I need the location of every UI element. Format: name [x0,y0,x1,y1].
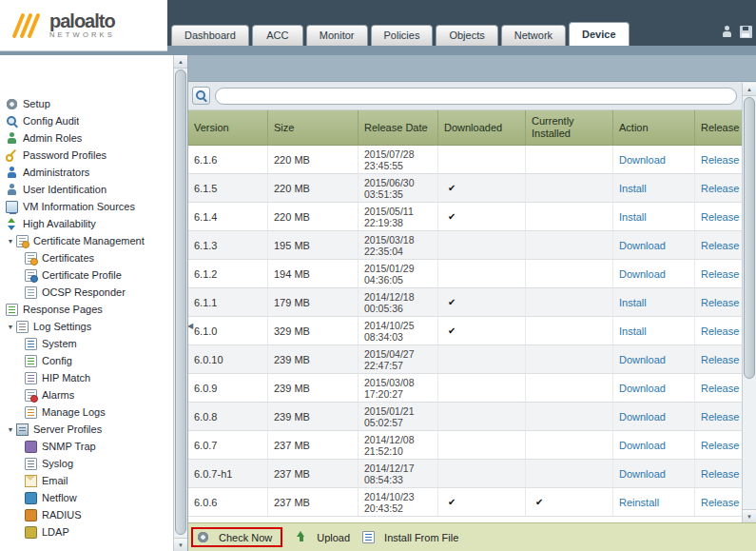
action-link[interactable]: Download [619,468,666,480]
action-cell: Reinstall [613,488,695,516]
action-link[interactable]: Download [619,154,666,166]
tab-objects[interactable]: Objects [436,25,497,46]
action-link[interactable]: Download [619,411,666,423]
sidebar-item-password-profiles[interactable]: Password Profiles [0,147,172,164]
scroll-up-icon[interactable]: ▲ [743,83,756,96]
release-notes-link[interactable]: Release [701,240,739,251]
sidebar-item-log-settings[interactable]: ▼Log Settings [0,318,172,335]
table-row: 6.1.1 179 MB 2014/12/1800:05:36 ✔ Instal… [188,288,756,317]
sidebar-item-ldap[interactable]: LDAP [0,523,172,541]
sidebar-item-response-pages[interactable]: Response Pages [0,301,172,318]
release-notes-link[interactable]: Release [701,468,739,480]
table-scrollbar[interactable]: ▲ ▼ [742,83,756,522]
install-from-file-button[interactable]: Install From File [362,531,458,543]
document-icon [16,321,29,333]
release-notes-link[interactable]: Release [701,325,739,337]
tab-dashboard[interactable]: Dashboard [171,25,249,46]
column-header-action[interactable]: Action [613,110,695,145]
check-now-button[interactable]: Check Now [197,531,272,543]
sidebar-scrollbar[interactable]: ▲ ▼ [173,55,187,551]
action-link[interactable]: Download [619,383,666,394]
sidebar-item-snmp-trap[interactable]: SNMP Trap [0,438,172,455]
action-cell: Install [613,203,695,230]
action-link[interactable]: Download [619,240,666,251]
column-header-version[interactable]: Version [188,110,268,145]
table-row: 6.0.10 239 MB 2015/04/2722:47:57 Downloa… [188,345,756,374]
action-link[interactable]: Install [619,325,647,337]
sidebar-item-label: OCSP Responder [42,286,126,298]
release-notes-link[interactable]: Release [701,354,739,365]
sidebar-item-administrators[interactable]: Administrators [0,164,172,181]
version-cell: 6.1.0 [188,317,268,344]
tab-policies[interactable]: Policies [371,25,434,46]
tab-network[interactable]: Network [501,25,566,46]
scroll-down-icon[interactable]: ▼ [174,538,187,551]
collapse-sidebar-arrow[interactable]: ◀ [188,322,193,330]
sidebar-item-label: SNMP Trap [42,441,96,452]
save-icon[interactable] [740,26,752,38]
action-link[interactable]: Install [619,297,647,308]
column-header-currently-installed[interactable]: Currently Installed [526,110,613,145]
sidebar-scrollbar-thumb[interactable] [175,69,186,535]
action-link[interactable]: Download [619,354,666,365]
sidebar-item-radius[interactable]: RADIUS [0,506,172,523]
table-row: 6.0.8 239 MB 2015/01/2105:02:57 Download… [188,403,756,431]
release-notes-link[interactable]: Release [701,440,739,451]
upload-label: Upload [317,532,350,543]
release-notes-link[interactable]: Release [701,268,739,280]
column-header-size[interactable]: Size [268,110,359,145]
action-link[interactable]: Reinstall [619,497,659,508]
sidebar-item-syslog[interactable]: Syslog [0,455,172,472]
sidebar-item-high-availability[interactable]: High Availability [0,215,172,232]
sidebar-item-user-identification[interactable]: User Identification [0,181,172,198]
sidebar-item-system[interactable]: System [0,335,172,352]
document-icon [25,286,37,299]
scroll-down-icon[interactable]: ▼ [743,509,756,522]
release-notes-link[interactable]: Release [701,497,739,508]
person-icon [6,132,18,145]
tree-collapse-icon[interactable]: ▼ [6,324,15,330]
release-notes-link[interactable]: Release [701,297,739,308]
action-link[interactable]: Install [619,211,647,223]
search-button[interactable] [192,87,210,105]
tab-monitor[interactable]: Monitor [306,25,368,46]
sidebar-item-manage-logs[interactable]: Manage Logs [0,403,172,421]
sidebar-item-server-profiles[interactable]: ▼Server Profiles [0,421,172,438]
tab-device[interactable]: Device [569,22,629,46]
tree-collapse-icon[interactable]: ▼ [6,426,15,433]
release-notes-link[interactable]: Release [701,154,739,166]
upload-button[interactable]: Upload [295,531,350,543]
sidebar-item-setup[interactable]: Setup [0,95,172,112]
table-scrollbar-thumb[interactable] [744,97,755,379]
release-notes-link[interactable]: Release [701,183,739,194]
sidebar-item-ocsp-responder[interactable]: OCSP Responder [0,284,172,301]
sidebar-item-config-audit[interactable]: Config Audit [0,112,172,129]
column-header-downloaded[interactable]: Downloaded [438,110,526,145]
downloaded-cell [438,460,526,487]
sidebar-item-label: Certificates [42,252,94,264]
action-link[interactable]: Install [619,183,647,194]
column-header-release-date[interactable]: Release Date [359,110,438,145]
sidebar-item-hip-match[interactable]: HIP Match [0,369,172,386]
scroll-up-icon[interactable]: ▲ [174,55,187,69]
release-notes-link[interactable]: Release [701,411,739,423]
sidebar-item-admin-roles[interactable]: Admin Roles [0,129,172,147]
action-link[interactable]: Download [619,440,666,451]
filter-input[interactable] [215,88,737,105]
tab-acc[interactable]: ACC [252,25,303,46]
sidebar-item-netflow[interactable]: Netflow [0,489,172,506]
sidebar-item-certificate-management[interactable]: ▼Certificate Management [0,232,172,249]
sidebar-item-alarms[interactable]: Alarms [0,386,172,403]
release-notes-link[interactable]: Release [701,211,739,223]
sidebar-item-config[interactable]: Config [0,352,172,369]
tree-collapse-icon[interactable]: ▼ [6,238,15,245]
sidebar-item-vm-information-sources[interactable]: VM Information Sources [0,198,172,215]
sidebar-item-certificate-profile[interactable]: Certificate Profile [0,266,172,284]
release-notes-link[interactable]: Release [701,383,739,394]
sidebar-item-email[interactable]: Email [0,472,172,489]
table-row: 6.1.0 329 MB 2014/10/2508:34:03 ✔ Instal… [188,317,756,345]
user-icon[interactable] [721,26,733,38]
sidebar-item-certificates[interactable]: Certificates [0,249,172,266]
brand-wordmark: paloalto NETWORKS [49,12,115,39]
action-link[interactable]: Download [619,268,666,280]
